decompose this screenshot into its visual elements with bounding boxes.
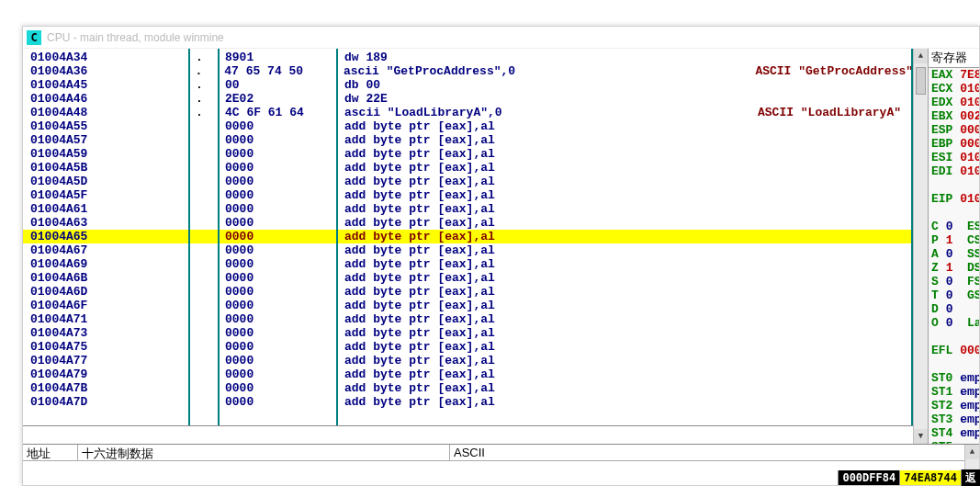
disasm-row[interactable]: 01004A730000add byte ptr [eax],al bbox=[23, 326, 913, 340]
disasm-bytes: 0000 bbox=[225, 119, 344, 133]
disasm-row[interactable]: 01004A770000add byte ptr [eax],al bbox=[23, 354, 913, 367]
hex-dump-panel[interactable]: 地址 十六进制数据 ASCII ▲ ▼ bbox=[23, 444, 979, 485]
disasm-row[interactable]: 01004A5B0000add byte ptr [eax],al bbox=[23, 161, 913, 175]
disasm-bytes: 8901 bbox=[225, 51, 344, 64]
disasm-address: 01004A5D bbox=[30, 175, 196, 188]
disasm-instruction: add byte ptr [eax],al bbox=[344, 340, 758, 354]
disasm-row[interactable]: 01004A630000add byte ptr [eax],al bbox=[23, 216, 913, 230]
reg-name: ESP bbox=[931, 123, 952, 137]
disasm-bytes: 0000 bbox=[225, 381, 344, 395]
disasm-row[interactable]: 01004A550000add byte ptr [eax],al bbox=[23, 119, 913, 133]
registers-panel[interactable]: 寄存器 EAX 7E8ECX 010EDX 010EBX 002ESP 000E… bbox=[928, 49, 979, 444]
flag-value: 0 bbox=[946, 302, 953, 316]
reg-name: EDX bbox=[931, 96, 952, 109]
disasm-address: 01004A34 bbox=[30, 51, 196, 64]
disasm-comment bbox=[758, 161, 913, 175]
disasm-comment: ASCII "LoadLibraryA" bbox=[758, 106, 913, 119]
disasm-instruction: ascii "LoadLibraryA",0 bbox=[344, 106, 758, 119]
disasm-address: 01004A59 bbox=[30, 147, 196, 161]
disasm-bytes: 0000 bbox=[225, 340, 344, 354]
disasm-comment bbox=[758, 395, 913, 409]
disasm-instruction: add byte ptr [eax],al bbox=[344, 188, 758, 202]
disasm-marker bbox=[196, 202, 225, 216]
reg-value: 000 bbox=[960, 137, 979, 151]
scroll-down-icon[interactable]: ▼ bbox=[914, 429, 928, 444]
disasm-row[interactable]: 01004A5D0000add byte ptr [eax],al bbox=[23, 175, 913, 188]
disasm-row[interactable]: 01004A36. 47 65 74 50ascii "GetProcAddre… bbox=[23, 64, 913, 78]
disasm-marker bbox=[196, 312, 225, 326]
reg-name: ESI bbox=[931, 151, 952, 164]
disasm-row[interactable]: 01004A750000add byte ptr [eax],al bbox=[23, 340, 913, 354]
disasm-marker: . bbox=[196, 78, 225, 92]
titlebar[interactable]: C CPU - main thread, module winmine bbox=[23, 27, 979, 49]
disasm-row[interactable]: 01004A710000add byte ptr [eax],al bbox=[23, 312, 913, 326]
fpu-name: ST4 bbox=[931, 426, 952, 440]
seg-name: FS bbox=[967, 275, 979, 288]
disasm-row[interactable]: 01004A46. 2E02dw 22E bbox=[23, 92, 913, 106]
disasm-instruction: add byte ptr [eax],al bbox=[344, 312, 758, 326]
disasm-marker bbox=[196, 354, 225, 367]
seg-name: DS bbox=[967, 261, 979, 275]
disasm-address: 01004A6B bbox=[30, 271, 196, 285]
reg-value: 002 bbox=[960, 109, 979, 123]
flag-name: T bbox=[931, 288, 939, 302]
disasm-comment bbox=[758, 188, 913, 202]
disasm-address: 01004A63 bbox=[30, 216, 196, 230]
disasm-instruction: add byte ptr [eax],al bbox=[344, 230, 758, 243]
disasm-bytes: 0000 bbox=[225, 230, 344, 243]
disasm-marker: . bbox=[196, 106, 225, 119]
disasm-row[interactable]: 01004A790000add byte ptr [eax],al bbox=[23, 367, 913, 381]
disasm-address: 01004A73 bbox=[30, 326, 196, 340]
disasm-row[interactable]: 01004A34. 8901dw 189 bbox=[23, 51, 913, 64]
disasm-comment bbox=[758, 271, 913, 285]
disasm-marker bbox=[196, 340, 225, 354]
disasm-row[interactable]: 01004A7B0000add byte ptr [eax],al bbox=[23, 381, 913, 395]
disasm-comment bbox=[758, 175, 913, 188]
disasm-address: 01004A79 bbox=[30, 367, 196, 381]
seg-name: SS bbox=[967, 247, 979, 261]
disasm-marker bbox=[196, 133, 225, 147]
disasm-comment bbox=[758, 51, 913, 64]
disassembly-panel[interactable]: 01004A34. 8901dw 18901004A36. 47 65 74 5… bbox=[23, 49, 913, 444]
disasm-row[interactable]: 01004A45. 00db 00 bbox=[23, 78, 913, 92]
reg-name: EAX bbox=[931, 68, 952, 82]
disasm-row[interactable]: 01004A690000add byte ptr [eax],al bbox=[23, 257, 913, 271]
disasm-row[interactable]: 01004A610000add byte ptr [eax],al bbox=[23, 202, 913, 216]
scroll-thumb[interactable] bbox=[916, 67, 926, 95]
disasm-row[interactable]: 01004A570000add byte ptr [eax],al bbox=[23, 133, 913, 147]
disasm-row[interactable]: 01004A6B0000add byte ptr [eax],al bbox=[23, 271, 913, 285]
flag-name: P bbox=[931, 233, 939, 247]
reg-name: EBP bbox=[931, 137, 952, 151]
reg-value: 000 bbox=[960, 123, 979, 137]
scroll-up-icon[interactable]: ▲ bbox=[914, 49, 928, 63]
reg-name: EIP bbox=[931, 192, 952, 206]
disasm-address: 01004A7D bbox=[30, 395, 196, 409]
disasm-comment bbox=[758, 78, 913, 92]
disasm-row[interactable]: 01004A7D0000add byte ptr [eax],al bbox=[23, 395, 913, 409]
disasm-row[interactable]: 01004A5F0000add byte ptr [eax],al bbox=[23, 188, 913, 202]
disasm-row[interactable]: 01004A48. 4C 6F 61 64ascii "LoadLibraryA… bbox=[23, 106, 913, 119]
fpu-value: emp bbox=[960, 426, 979, 440]
disasm-comment bbox=[758, 216, 913, 230]
flag-name: O bbox=[931, 316, 939, 330]
disasm-row[interactable]: 01004A590000add byte ptr [eax],al bbox=[23, 147, 913, 161]
disasm-row[interactable]: 01004A650000add byte ptr [eax],al bbox=[23, 230, 913, 243]
disasm-instruction: add byte ptr [eax],al bbox=[344, 119, 758, 133]
reg-name: EDI bbox=[931, 164, 952, 178]
disasm-address: 01004A61 bbox=[30, 202, 196, 216]
disasm-row[interactable]: 01004A6D0000add byte ptr [eax],al bbox=[23, 285, 913, 299]
disasm-bytes: 0000 bbox=[225, 188, 344, 202]
disasm-address: 01004A5B bbox=[30, 161, 196, 175]
disasm-comment bbox=[758, 230, 913, 243]
disasm-address: 01004A57 bbox=[30, 133, 196, 147]
reg-value: 010 bbox=[960, 192, 979, 206]
disasm-row[interactable]: 01004A6F0000add byte ptr [eax],al bbox=[23, 299, 913, 312]
flag-value: 0 bbox=[946, 275, 953, 288]
disasm-comment bbox=[758, 367, 913, 381]
disasm-row[interactable]: 01004A670000add byte ptr [eax],al bbox=[23, 243, 913, 257]
disasm-instruction: add byte ptr [eax],al bbox=[344, 161, 758, 175]
disasm-scrollbar[interactable]: ▲ ▼ bbox=[913, 49, 928, 444]
scroll-up-icon[interactable]: ▲ bbox=[965, 445, 979, 459]
disasm-instruction: add byte ptr [eax],al bbox=[344, 175, 758, 188]
fpu-name: ST2 bbox=[931, 399, 952, 413]
